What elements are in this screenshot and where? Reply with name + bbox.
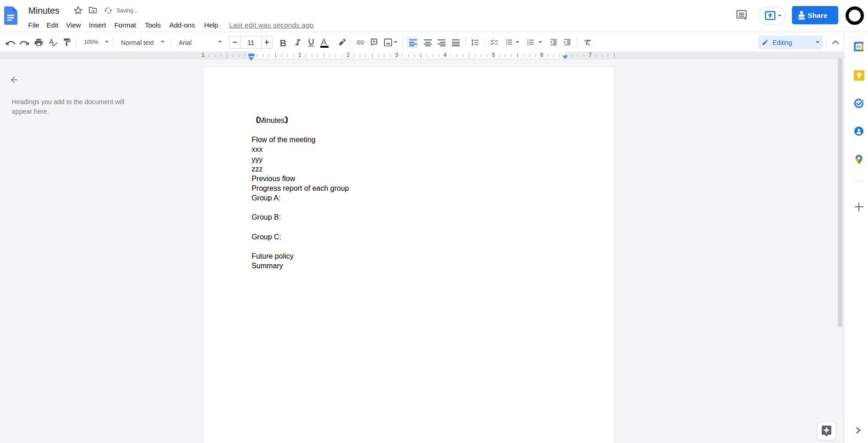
svg-text:31: 31 xyxy=(856,44,861,49)
